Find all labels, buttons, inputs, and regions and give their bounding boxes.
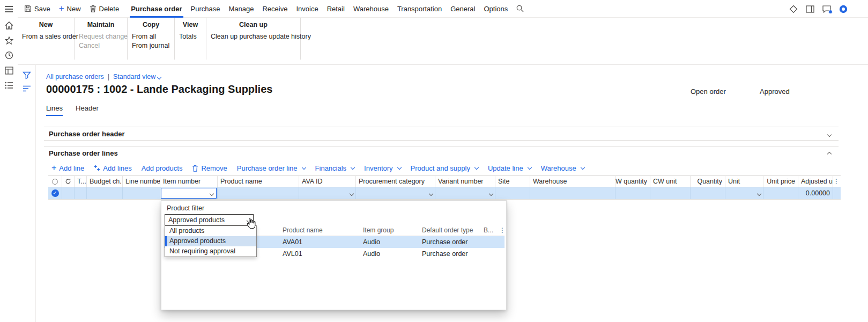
delete-button[interactable]: Delete — [90, 5, 120, 13]
from-a-sales-order-button[interactable]: From a sales order — [18, 32, 74, 41]
lookup-column-item-group[interactable]: Item group — [360, 226, 419, 234]
tab-warehouse[interactable]: Warehouse — [349, 0, 393, 18]
filter-pane-icon[interactable] — [23, 71, 31, 79]
totals-button[interactable]: Totals — [175, 32, 206, 41]
column-header-line-number[interactable]: Line number — [123, 176, 160, 187]
column-header-unit-price[interactable]: Unit price — [763, 176, 798, 187]
new-button[interactable]: + New — [59, 5, 81, 13]
lookup-column-product-name[interactable]: Product name — [279, 226, 360, 234]
hamburger-menu-icon[interactable] — [0, 0, 18, 18]
column-header-adjusted-unit-price[interactable]: Adjusted u... — [798, 176, 833, 187]
cell-product-name[interactable] — [218, 187, 299, 199]
lookup-grid-kebab-icon[interactable]: ⋮ — [499, 226, 505, 234]
row-kebab-cell — [833, 187, 840, 199]
tab-purchase[interactable]: Purchase — [187, 0, 225, 18]
workspaces-icon[interactable] — [0, 63, 18, 78]
option-approved-products[interactable]: Approved products — [165, 236, 256, 246]
tab-options[interactable]: Options — [479, 0, 512, 18]
home-icon[interactable] — [0, 18, 18, 33]
refresh-column-header[interactable] — [62, 176, 75, 187]
column-header-unit[interactable]: Unit — [725, 176, 763, 187]
ribbon-group-maintain: Maintain Request change Cancel — [75, 18, 128, 60]
tab-header[interactable]: Header — [76, 104, 99, 116]
selected-line-row[interactable]: ✓ 0. — [48, 187, 841, 200]
cell-adjusted-unit-price[interactable]: 0.00000 — [798, 187, 833, 199]
column-header-item-number[interactable]: Item number — [160, 176, 218, 187]
purchase-order-line-label: Purchase order line — [237, 164, 298, 172]
cell-quantity[interactable] — [691, 187, 725, 199]
search-icon[interactable] — [512, 0, 528, 18]
add-lines-button[interactable]: Add lines — [94, 164, 131, 172]
task-list-pane-icon[interactable] — [23, 85, 31, 92]
view-selector[interactable]: Standard view — [113, 73, 161, 80]
recent-clock-icon[interactable] — [0, 48, 18, 63]
tab-receive[interactable]: Receive — [258, 0, 292, 18]
section-purchase-order-lines[interactable]: Purchase order lines — [44, 146, 839, 160]
copilot-icon[interactable] — [839, 5, 848, 13]
tab-general[interactable]: General — [446, 0, 479, 18]
messages-badge — [828, 10, 833, 14]
lookup-column-default-order-type[interactable]: Default order type — [419, 226, 480, 234]
lookup-column-b[interactable]: B... — [480, 226, 499, 234]
tab-invoice[interactable]: Invoice — [292, 0, 322, 18]
cell-cw-quantity[interactable] — [615, 187, 650, 199]
cell-item-number[interactable] — [160, 187, 218, 199]
cell-cw-unit[interactable] — [650, 187, 691, 199]
view-selector-label: Standard view — [113, 73, 155, 80]
cell-site[interactable] — [495, 187, 530, 199]
column-header-quantity[interactable]: Quantity — [691, 176, 725, 187]
financials-menu[interactable]: Financials — [315, 164, 355, 172]
cell-unit[interactable] — [725, 187, 763, 199]
product-and-supply-menu[interactable]: Product and supply — [411, 164, 478, 172]
section-purchase-order-header[interactable]: Purchase order header — [44, 127, 839, 141]
column-header-t[interactable]: T... — [75, 176, 87, 187]
cell-line-number[interactable] — [123, 187, 160, 199]
column-header-variant-number[interactable]: Variant number — [435, 176, 495, 187]
trash-icon — [192, 165, 198, 172]
power-apps-icon[interactable] — [789, 5, 798, 13]
column-header-budget-check[interactable]: Budget ch... — [87, 176, 123, 187]
purchase-order-line-menu[interactable]: Purchase order line — [237, 164, 306, 172]
breadcrumb-link[interactable]: All purchase orders — [46, 73, 104, 80]
column-header-ava-id[interactable]: AVA ID — [299, 176, 356, 187]
update-line-menu[interactable]: Update line — [488, 164, 531, 172]
add-line-button[interactable]: + Add line — [51, 164, 84, 172]
new-label: New — [67, 5, 81, 13]
cell-variant-number[interactable] — [435, 187, 495, 199]
option-all-products[interactable]: All products — [165, 226, 256, 236]
inventory-menu[interactable]: Inventory — [364, 164, 400, 172]
column-header-product-name[interactable]: Product name — [218, 176, 299, 187]
row-select-cell[interactable]: ✓ — [48, 187, 62, 199]
modules-list-icon[interactable] — [0, 78, 18, 93]
warehouse-menu[interactable]: Warehouse — [541, 164, 584, 172]
column-header-cw-quantity[interactable]: CW quantity — [615, 176, 650, 187]
remove-button[interactable]: Remove — [192, 164, 227, 172]
column-header-procurement-category[interactable]: Procurement category — [356, 176, 435, 187]
save-button[interactable]: Save — [24, 5, 50, 13]
from-journal-button[interactable]: From journal — [128, 41, 174, 50]
option-not-requiring-approval[interactable]: Not requiring approval — [165, 246, 256, 257]
grid-options-kebab-icon[interactable]: ⋮ — [833, 176, 840, 187]
clean-up-purchase-update-history-button[interactable]: Clean up purchase update history — [206, 32, 300, 41]
tab-manage[interactable]: Manage — [224, 0, 258, 18]
tab-purchase-order[interactable]: Purchase order — [127, 0, 186, 18]
column-header-warehouse[interactable]: Warehouse — [530, 176, 615, 187]
column-header-site[interactable]: Site — [495, 176, 530, 187]
tab-retail[interactable]: Retail — [323, 0, 349, 18]
tab-lines[interactable]: Lines — [46, 104, 63, 116]
from-all-button[interactable]: From all — [128, 32, 174, 41]
item-number-combobox[interactable] — [161, 188, 217, 199]
cell-unit-price[interactable] — [763, 187, 798, 199]
cell-warehouse[interactable] — [530, 187, 615, 199]
ribbon-group-new: New From a sales order — [18, 18, 75, 60]
tab-transportation[interactable]: Transportation — [393, 0, 446, 18]
side-panel-icon[interactable] — [806, 5, 814, 13]
messages-icon[interactable] — [822, 5, 831, 13]
add-products-button[interactable]: Add products — [142, 164, 183, 172]
cell-ava-id[interactable] — [299, 187, 356, 199]
cell-procurement-category[interactable] — [356, 187, 435, 199]
product-filter-combobox[interactable]: Approved products — [165, 214, 254, 225]
select-all-column-header[interactable] — [48, 176, 62, 187]
favorites-star-icon[interactable] — [0, 33, 18, 48]
column-header-cw-unit[interactable]: CW unit — [650, 176, 691, 187]
